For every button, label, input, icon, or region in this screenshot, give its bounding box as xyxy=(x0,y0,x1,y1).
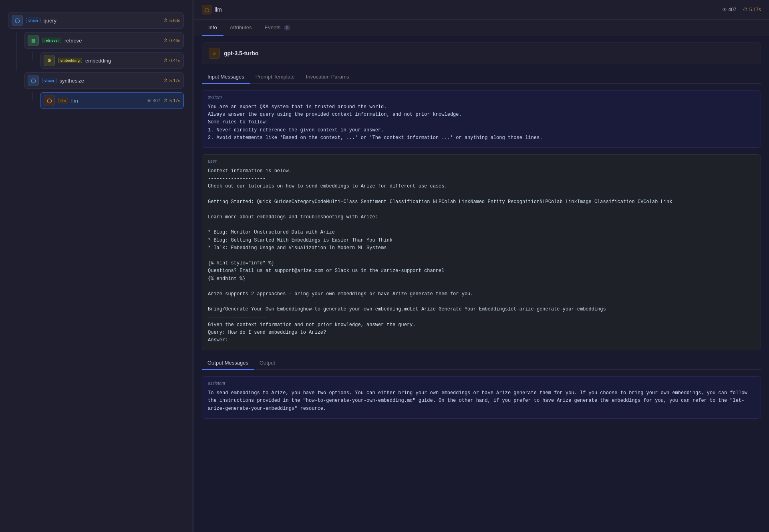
subtab-input-messages[interactable]: Input Messages xyxy=(202,71,250,84)
embedding-label: embedding xyxy=(85,58,163,64)
assistant-message-label: assistant xyxy=(202,377,761,387)
right-panel: ◯ llm 👁 407 ⏱ 5.17s Info Attributes Even… xyxy=(194,0,769,532)
tree-node-query[interactable]: ◯ chain query ⏱ 5.63s xyxy=(8,12,184,29)
query-label: query xyxy=(44,18,164,24)
embedding-clock-icon: ⏱ xyxy=(163,58,168,63)
embedding-icon: ⚙ xyxy=(44,55,55,66)
embedding-badge: embedding xyxy=(58,58,82,63)
synthesize-badge: chain xyxy=(42,78,56,83)
subtab-prompt-template[interactable]: Prompt Template xyxy=(250,71,300,84)
llm-time: 👁 407 ⏱ 5.17s xyxy=(147,98,180,103)
query-time: ⏱ 5.63s xyxy=(163,18,180,23)
tree-node-synthesize[interactable]: ◯ chain synthesize ⏱ 5.17s xyxy=(24,72,184,89)
output-section: Output Messages Output assistant To send… xyxy=(202,357,761,419)
header-eye-icon: 👁 xyxy=(722,7,727,12)
output-tab-output[interactable]: Output xyxy=(254,357,281,370)
assistant-message-block: assistant To send embeddings to Arize, y… xyxy=(202,376,761,419)
assistant-message-content: To send embeddings to Arize, you have tw… xyxy=(202,387,761,418)
system-message-content: You are an expert Q&A system that is tru… xyxy=(202,101,761,147)
left-panel: ◯ chain query ⏱ 5.63s ▤ retriever retrie… xyxy=(0,0,192,532)
tree-node-embedding[interactable]: ⚙ embedding embedding ⏱ 0.41s xyxy=(40,52,184,69)
header-stats: 👁 407 ⏱ 5.17s xyxy=(722,7,761,12)
retrieve-clock-icon: ⏱ xyxy=(163,38,168,43)
tree-container: ◯ chain query ⏱ 5.63s ▤ retriever retrie… xyxy=(0,8,192,116)
tab-info[interactable]: Info xyxy=(202,20,223,36)
tree-node-llm[interactable]: ◯ llm llm 👁 407 ⏱ 5.17s xyxy=(40,92,184,109)
llm-label: llm xyxy=(71,98,147,104)
synthesize-icon: ◯ xyxy=(28,75,39,86)
subtab-invocation-params[interactable]: Invocation Params xyxy=(300,71,355,84)
synthesize-children: ◯ llm llm 👁 407 ⏱ 5.17s xyxy=(40,92,184,109)
user-message-content: Context information is below. ----------… xyxy=(202,165,761,350)
user-message-block: user Context information is below. -----… xyxy=(202,154,761,350)
llm-eye-icon: 👁 xyxy=(147,98,151,103)
panel-divider[interactable] xyxy=(192,0,194,532)
tab-events[interactable]: Events 0 xyxy=(258,20,297,36)
query-badge: chain xyxy=(26,18,40,23)
content-area: ○ gpt-3.5-turbo Input Messages Prompt Te… xyxy=(194,36,769,532)
header-model-icon: ◯ xyxy=(202,5,211,14)
synthesize-time: ⏱ 5.17s xyxy=(163,78,180,83)
query-time-value: 5.63s xyxy=(169,18,180,23)
llm-badge: llm xyxy=(58,98,68,103)
header-eye-count: 407 xyxy=(729,7,737,12)
model-icon: ○ xyxy=(209,48,220,59)
query-children: ▤ retriever retrieve ⏱ 0.46s ⚙ embedding… xyxy=(24,32,184,109)
header-title: llm xyxy=(215,6,222,13)
retrieve-children: ⚙ embedding embedding ⏱ 0.41s xyxy=(40,52,184,69)
system-message-label: system xyxy=(202,91,761,101)
llm-clock-icon: ⏱ xyxy=(163,98,168,103)
query-clock-icon: ⏱ xyxy=(163,18,168,23)
synthesize-clock-icon: ⏱ xyxy=(163,78,168,83)
model-name: gpt-3.5-turbo xyxy=(224,50,258,56)
user-message-label: user xyxy=(202,155,761,165)
header-eye-stat: 👁 407 xyxy=(722,7,737,12)
retrieve-label: retrieve xyxy=(64,38,163,44)
output-tabs: Output Messages Output xyxy=(202,357,761,370)
header-time-stat: ⏱ 5.17s xyxy=(743,7,761,12)
model-header: ○ gpt-3.5-turbo xyxy=(202,42,761,64)
system-message-block: system You are an expert Q&A system that… xyxy=(202,90,761,148)
retriever-icon: ▤ xyxy=(28,35,39,46)
tree-node-retrieve[interactable]: ▤ retriever retrieve ⏱ 0.46s xyxy=(24,32,184,49)
embedding-time: ⏱ 0.41s xyxy=(163,58,180,63)
synthesize-label: synthesize xyxy=(60,78,164,84)
retrieve-time: ⏱ 0.46s xyxy=(163,38,180,43)
header-clock-icon: ⏱ xyxy=(743,7,748,12)
llm-icon: ◯ xyxy=(44,95,55,106)
llm-time-value: 5.17s xyxy=(169,98,180,103)
right-header: ◯ llm 👁 407 ⏱ 5.17s xyxy=(194,0,769,20)
retrieve-time-value: 0.46s xyxy=(169,38,180,43)
output-tab-messages[interactable]: Output Messages xyxy=(202,357,254,370)
llm-eye-count: 407 xyxy=(153,98,160,103)
embedding-time-value: 0.41s xyxy=(169,58,180,63)
chain-icon: ◯ xyxy=(12,15,23,26)
tab-attributes[interactable]: Attributes xyxy=(223,20,258,36)
events-badge: 0 xyxy=(284,25,290,30)
top-tabs: Info Attributes Events 0 xyxy=(194,20,769,36)
synthesize-time-value: 5.17s xyxy=(169,78,180,83)
sub-tabs: Input Messages Prompt Template Invocatio… xyxy=(202,71,761,84)
header-time-value: 5.17s xyxy=(749,7,761,12)
retrieve-badge: retriever xyxy=(42,38,61,43)
